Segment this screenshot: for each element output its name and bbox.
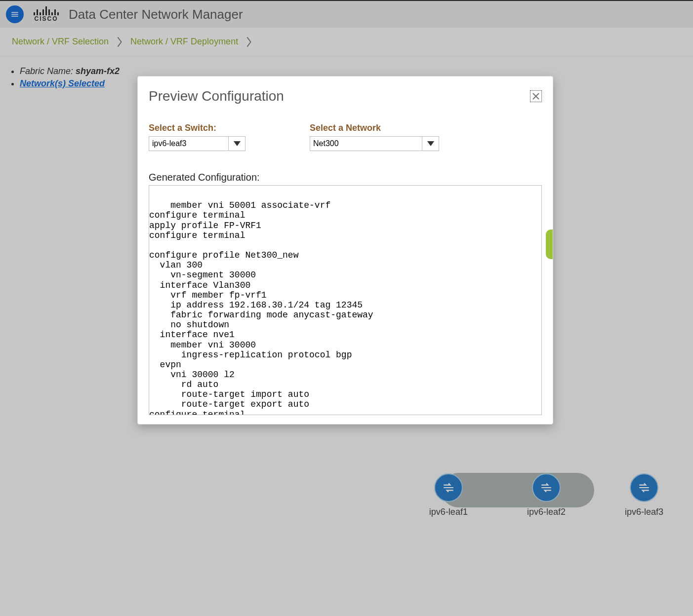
switch-selector-label: Select a Switch: [149,123,245,133]
switch-select-dropdown-button[interactable] [229,136,245,151]
network-selector-label: Select a Network [310,123,439,133]
network-select-input[interactable] [310,136,422,151]
generated-config-text: member vni 50001 associate-vrf configure… [149,200,539,415]
preview-configuration-modal: Preview Configuration Select a Switch: S… [137,76,553,424]
generated-config-box[interactable]: member vni 50001 associate-vrf configure… [149,185,542,415]
close-button[interactable] [530,90,542,102]
svg-marker-5 [234,141,241,146]
side-indicator [546,230,553,259]
selector-row: Select a Switch: Select a Network [149,123,542,151]
modal-header: Preview Configuration [149,88,542,104]
switch-select-input[interactable] [149,136,229,151]
switch-selector: Select a Switch: [149,123,245,151]
generated-config-label: Generated Configuration: [149,172,542,183]
network-selector: Select a Network [310,123,439,151]
svg-marker-6 [427,141,434,146]
chevron-down-icon [234,141,241,146]
close-icon [532,92,540,100]
modal-title: Preview Configuration [149,88,284,104]
network-select-dropdown-button[interactable] [422,136,439,151]
chevron-down-icon [427,141,434,146]
